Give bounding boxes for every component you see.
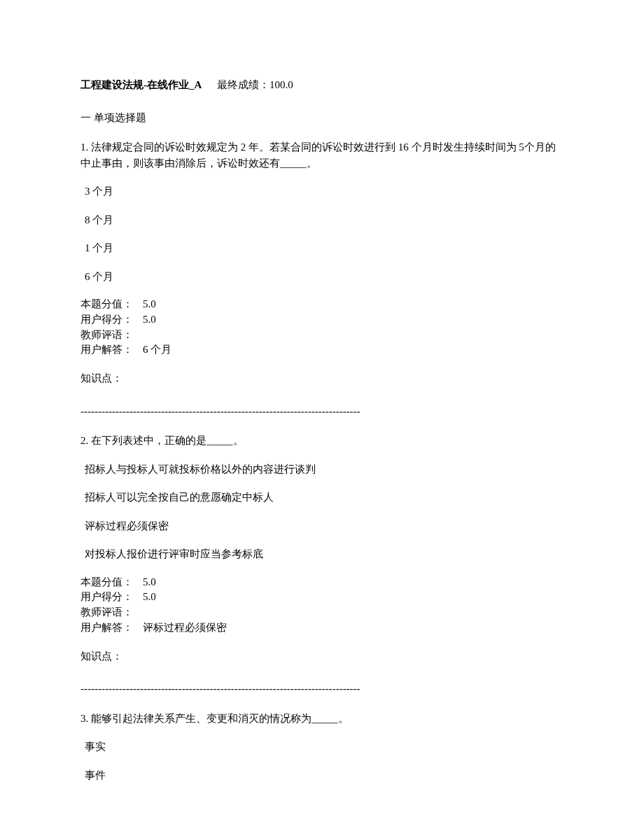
answer-label: 用户解答： [80,620,133,636]
question-text: 1. 法律规定合同的诉讼时效规定为 2 年。若某合同的诉讼时效进行到 16 个月… [80,139,564,171]
document-title: 工程建设法规-在线作业_A [80,79,202,90]
option: 3 个月 [85,183,564,200]
knowledge-point: 知识点： [80,648,564,665]
document-header: 工程建设法规-在线作业_A 最终成绩：100.0 [80,77,564,93]
score-row: 本题分值：5.0 [80,297,564,312]
option: 1 个月 [85,240,564,256]
options-list: 3 个月 8 个月 1 个月 6 个月 [80,183,564,284]
separator: ----------------------------------------… [80,681,564,697]
answer-row: 用户解答：评标过程必须保密 [80,620,564,636]
option: 评标过程必须保密 [85,518,564,534]
question-text: 2. 在下列表述中，正确的是_____。 [80,433,564,449]
final-score-label: 最终成绩： [217,79,270,90]
user-score-value: 5.0 [143,314,156,325]
teacher-label: 教师评语： [80,605,133,620]
score-label: 本题分值： [80,575,133,590]
answer-value: 6 个月 [143,344,172,355]
score-value: 5.0 [143,298,156,310]
answer-label: 用户解答： [80,342,133,358]
options-list: 事实 事件 [80,739,564,783]
option: 8 个月 [85,212,564,228]
user-score-row: 用户得分：5.0 [80,590,564,605]
score-value: 5.0 [143,576,156,588]
question-text: 3. 能够引起法律关系产生、变更和消灭的情况称为_____。 [80,711,564,727]
teacher-row: 教师评语： [80,605,564,620]
teacher-row: 教师评语： [80,328,564,343]
knowledge-point: 知识点： [80,370,564,387]
option: 招标人与投标人可就投标价格以外的内容进行谈判 [85,461,564,478]
score-label: 本题分值： [80,297,133,312]
section-title: 一 单项选择题 [80,110,564,126]
user-score-label: 用户得分： [80,590,133,605]
answer-value: 评标过程必须保密 [143,622,227,633]
user-score-label: 用户得分： [80,312,133,328]
user-score-value: 5.0 [143,591,156,602]
teacher-label: 教师评语： [80,328,133,343]
option: 事实 [85,739,564,755]
option: 对投标人报价进行评审时应当参考标底 [85,546,564,562]
score-row: 本题分值：5.0 [80,575,564,590]
option: 事件 [85,767,564,784]
final-score-value: 100.0 [270,79,293,90]
answer-row: 用户解答：6 个月 [80,342,564,358]
options-list: 招标人与投标人可就投标价格以外的内容进行谈判 招标人可以完全按自己的意愿确定中标… [80,461,564,562]
option: 6 个月 [85,269,564,285]
user-score-row: 用户得分：5.0 [80,312,564,328]
separator: ----------------------------------------… [80,403,564,419]
option: 招标人可以完全按自己的意愿确定中标人 [85,489,564,506]
